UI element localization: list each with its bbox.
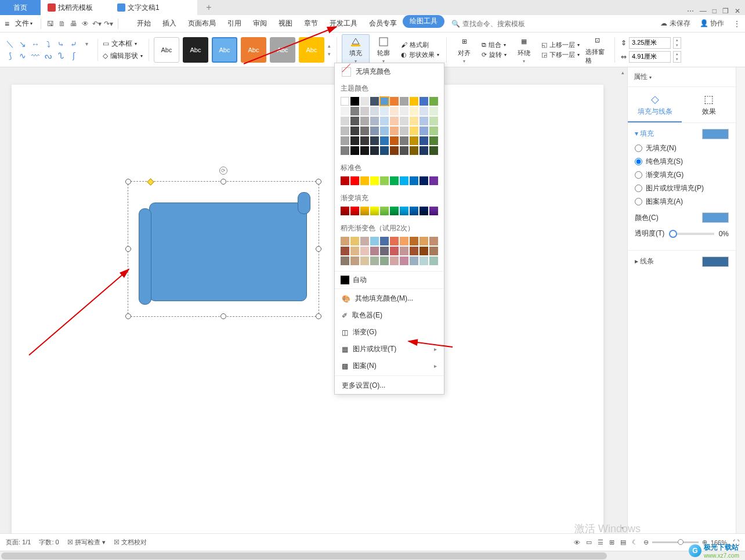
color-swatch[interactable] [419, 207, 428, 215]
color-swatch[interactable] [390, 237, 399, 245]
rotate-button[interactable]: ⟳旋转▾ [482, 50, 507, 59]
more-settings-item[interactable]: 更多设置(O)... [335, 377, 444, 394]
color-swatch[interactable] [380, 97, 389, 106]
align-dropdown[interactable]: ⊞对齐▾ [450, 36, 478, 64]
color-swatch[interactable] [400, 176, 408, 185]
shapeeffect-button[interactable]: ◐形状效果▾ [401, 50, 439, 59]
line-preview-swatch[interactable] [702, 256, 729, 267]
color-swatch[interactable] [429, 107, 438, 115]
outline-dropdown[interactable]: 轮廓▾ [370, 36, 397, 64]
color-swatch[interactable] [370, 176, 379, 185]
saveas-icon[interactable]: 🗎 [57, 19, 67, 28]
color-swatch[interactable] [380, 176, 389, 185]
color-swatch[interactable] [410, 146, 418, 155]
color-swatch[interactable] [341, 97, 349, 106]
bringforward-button[interactable]: ◱上移一层▾ [541, 41, 580, 49]
color-swatch[interactable] [341, 117, 349, 125]
height-input[interactable] [629, 37, 671, 49]
color-swatch[interactable] [341, 136, 349, 145]
color-swatch[interactable] [360, 256, 369, 265]
tab-drawingtools[interactable]: 绘图工具 [403, 15, 444, 28]
redo-icon[interactable]: ↷▾ [104, 19, 113, 28]
color-swatch[interactable] [419, 247, 428, 255]
print-icon[interactable]: 🖶 [69, 19, 78, 28]
horizontal-scrollbar[interactable] [0, 551, 745, 560]
resize-handle[interactable] [316, 179, 321, 185]
color-swatch[interactable] [410, 107, 418, 115]
color-swatch[interactable] [370, 97, 379, 106]
color-swatch[interactable] [429, 176, 438, 185]
color-swatch[interactable] [410, 97, 418, 106]
color-swatch[interactable] [429, 247, 438, 255]
width-spinner[interactable]: ▴▾ [673, 51, 681, 63]
color-swatch[interactable] [390, 146, 399, 155]
color-swatch[interactable] [370, 146, 379, 155]
color-swatch[interactable] [410, 127, 418, 135]
curve2-icon[interactable]: ∿ [17, 50, 28, 61]
color-swatch[interactable] [400, 247, 408, 255]
word-count[interactable]: 字数: 0 [39, 538, 59, 547]
color-swatch[interactable] [390, 117, 399, 125]
color-swatch[interactable] [370, 237, 379, 245]
color-swatch[interactable] [410, 117, 418, 125]
double-arrow-icon[interactable]: ↔ [30, 39, 41, 49]
undo-icon[interactable]: ↶▾ [92, 19, 102, 28]
color-swatch[interactable] [350, 256, 359, 265]
color-swatch[interactable] [380, 127, 389, 135]
color-swatch[interactable] [419, 136, 428, 145]
color-swatch[interactable] [429, 256, 438, 265]
window-option-icon[interactable]: ⋯ [687, 7, 694, 15]
color-swatch[interactable] [390, 136, 399, 145]
color-swatch[interactable] [350, 97, 359, 106]
resize-handle[interactable] [220, 313, 226, 319]
color-swatch[interactable] [390, 127, 399, 135]
preview-icon[interactable]: 👁 [81, 19, 90, 28]
width-input[interactable] [629, 51, 671, 63]
color-swatch[interactable] [360, 97, 369, 106]
panel-tab-fill[interactable]: ◇填充与线条 [628, 87, 682, 122]
color-swatch[interactable] [360, 237, 369, 245]
line-section-title[interactable]: ▸ 线条 [635, 256, 729, 266]
color-swatch[interactable] [419, 117, 428, 125]
tab-member[interactable]: 会员专享 [363, 15, 403, 32]
color-swatch[interactable] [360, 146, 369, 155]
color-swatch[interactable] [380, 247, 389, 255]
spellcheck-toggle[interactable]: ☒ 拼写检查 ▾ [67, 538, 106, 547]
color-swatch[interactable] [429, 237, 438, 245]
color-swatch[interactable] [370, 127, 379, 135]
tab-insert[interactable]: 插入 [157, 15, 182, 32]
color-swatch[interactable] [360, 176, 369, 185]
fill-section-title[interactable]: ▾ 填充 [635, 129, 729, 139]
color-swatch[interactable] [400, 256, 408, 265]
color-swatch[interactable] [341, 207, 349, 215]
color-swatch[interactable] [370, 136, 379, 145]
window-restore-icon[interactable]: ❐ [722, 7, 729, 15]
opacity-slider[interactable] [669, 233, 714, 235]
color-swatch[interactable] [419, 97, 428, 106]
zoom-out-icon[interactable]: ⊖ [643, 539, 649, 546]
color-swatch[interactable] [419, 256, 428, 265]
color-swatch[interactable] [370, 207, 379, 215]
window-close-icon[interactable]: ✕ [735, 7, 740, 15]
shape-selection[interactable]: ⟳ [128, 181, 319, 317]
color-swatch[interactable] [370, 107, 379, 115]
color-picker[interactable] [702, 212, 729, 223]
color-swatch[interactable] [390, 207, 399, 215]
color-swatch[interactable] [390, 247, 399, 255]
tab-home[interactable]: 首页 [0, 0, 41, 15]
color-swatch[interactable] [400, 117, 408, 125]
color-swatch[interactable] [380, 136, 389, 145]
color-swatch[interactable] [390, 256, 399, 265]
view-read-icon[interactable]: ▤ [620, 539, 626, 546]
textbox-button[interactable]: 文本框 [111, 39, 132, 49]
file-menu[interactable]: 文件▾ [12, 19, 36, 28]
color-swatch[interactable] [350, 107, 359, 115]
view-web-icon[interactable]: ⊞ [609, 539, 614, 546]
color-swatch[interactable] [350, 247, 359, 255]
color-swatch[interactable] [419, 146, 428, 155]
page-indicator[interactable]: 页面: 1/1 [6, 538, 31, 547]
curve3-icon[interactable]: 〰 [30, 50, 41, 61]
save-icon[interactable]: 🖫 [46, 19, 55, 28]
tab-start[interactable]: 开始 [131, 15, 157, 32]
color-swatch[interactable] [360, 127, 369, 135]
